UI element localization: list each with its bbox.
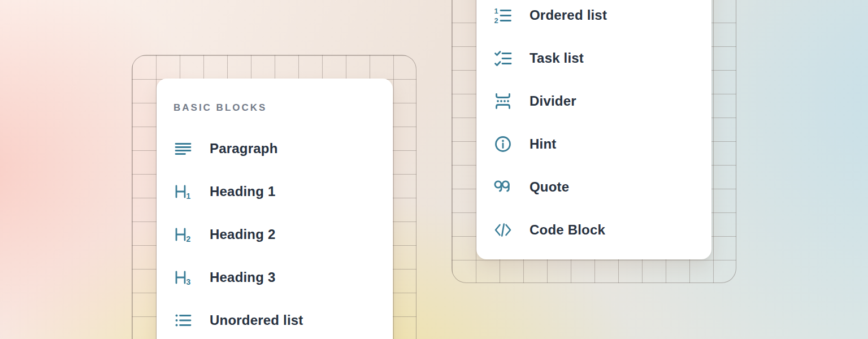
menu-item-label: Ordered list (530, 7, 607, 23)
menu-item-task-list[interactable]: Task list (476, 37, 711, 80)
menu-item-hint[interactable]: Hint (476, 123, 711, 166)
heading3-icon: 3 (173, 268, 193, 287)
menu-item-code-block[interactable]: Code Block (476, 208, 711, 251)
menu-item-heading-2[interactable]: 2Heading 2 (157, 213, 393, 256)
blocks-menu-list: 12Ordered listTask listDividerHintQuoteC… (476, 0, 711, 251)
code-block-icon (493, 220, 513, 240)
menu-item-label: Task list (530, 50, 584, 66)
menu-item-label: Hint (530, 136, 556, 152)
menu-item-label: Heading 3 (210, 270, 276, 285)
ordered-list-icon: 12 (493, 6, 513, 25)
quote-icon (493, 177, 513, 197)
svg-text:2: 2 (494, 16, 498, 25)
svg-text:3: 3 (186, 277, 191, 286)
basic-blocks-menu-card: BASIC BLOCKS Paragraph1Heading 12Heading… (157, 79, 393, 339)
menu-item-label: Quote (530, 179, 569, 195)
menu-item-ordered-list[interactable]: 12Ordered list (476, 0, 711, 37)
menu-item-heading-3[interactable]: 3Heading 3 (157, 256, 393, 299)
menu-section-header: BASIC BLOCKS (157, 79, 393, 115)
unordered-list-icon (173, 311, 193, 330)
menu-item-label: Paragraph (210, 141, 278, 157)
menu-item-divider[interactable]: Divider (476, 80, 711, 123)
heading2-icon: 2 (173, 225, 193, 244)
menu-item-unordered-list[interactable]: Unordered list (157, 299, 393, 339)
basic-blocks-menu-list: Paragraph1Heading 12Heading 23Heading 3U… (157, 115, 393, 339)
blocks-menu-card: 12Ordered listTask listDividerHintQuoteC… (476, 0, 711, 259)
menu-item-heading-1[interactable]: 1Heading 1 (157, 170, 393, 213)
menu-item-quote[interactable]: Quote (476, 166, 711, 208)
menu-item-paragraph[interactable]: Paragraph (157, 127, 393, 170)
menu-item-label: Heading 2 (210, 227, 276, 242)
divider-icon (493, 92, 513, 111)
svg-text:1: 1 (494, 7, 498, 15)
svg-text:2: 2 (186, 234, 191, 244)
menu-item-label: Heading 1 (210, 184, 276, 199)
task-list-icon (493, 49, 513, 68)
heading1-icon: 1 (173, 182, 193, 201)
svg-text:1: 1 (186, 192, 191, 201)
menu-item-label: Divider (530, 93, 576, 109)
paragraph-icon (173, 139, 193, 158)
menu-item-label: Unordered list (210, 312, 303, 328)
menu-item-label: Code Block (530, 222, 605, 238)
hint-icon (493, 134, 513, 154)
